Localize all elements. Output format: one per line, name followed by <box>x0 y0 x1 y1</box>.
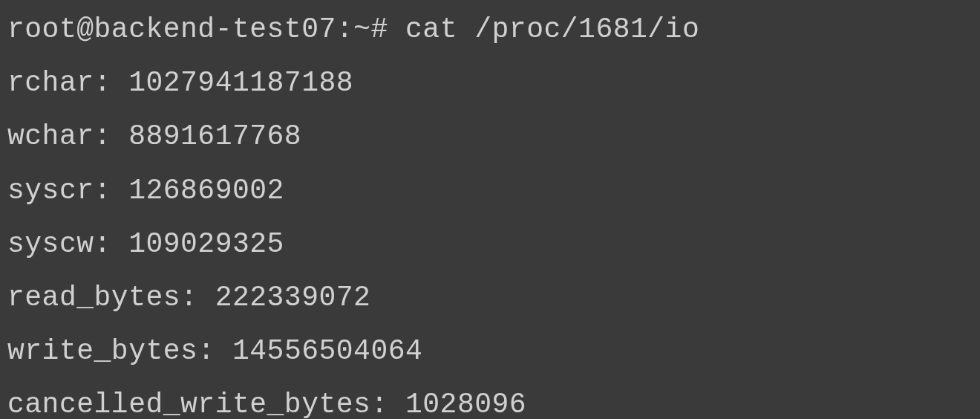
rchar-value: 1027941187188 <box>128 67 353 99</box>
output-wchar: wchar: 8891617768 <box>7 110 973 163</box>
prompt-user: root <box>7 13 76 45</box>
rchar-label: rchar: <box>7 67 111 99</box>
output-write-bytes: write_bytes: 14556504064 <box>7 325 973 378</box>
wchar-label: wchar: <box>7 120 111 152</box>
prompt-path: ~ <box>353 13 370 45</box>
output-read-bytes: read_bytes: 222339072 <box>7 271 973 325</box>
output-cancelled-write-bytes: cancelled_write_bytes: 1028096 <box>7 378 973 419</box>
output-syscr: syscr: 126869002 <box>7 164 973 218</box>
terminal-output[interactable]: root@backend-test07:~# cat /proc/1681/io… <box>7 3 973 419</box>
cancelled-write-bytes-label: cancelled_write_bytes: <box>7 389 388 419</box>
prompt-host: backend-test07 <box>94 13 336 45</box>
syscr-value: 126869002 <box>128 175 284 207</box>
output-syscw: syscw: 109029325 <box>7 218 973 271</box>
write-bytes-label: write_bytes: <box>7 335 215 367</box>
read-bytes-value: 222339072 <box>215 282 371 314</box>
syscw-label: syscw: <box>7 228 111 260</box>
prompt-symbol: # <box>370 13 388 45</box>
write-bytes-value: 14556504064 <box>232 335 422 367</box>
read-bytes-label: read_bytes: <box>7 282 197 314</box>
syscw-value: 109029325 <box>128 228 284 260</box>
wchar-value: 8891617768 <box>128 120 301 152</box>
syscr-label: syscr: <box>7 175 111 207</box>
command-text: cat /proc/1681/io <box>405 13 699 45</box>
prompt-line: root@backend-test07:~# cat /proc/1681/io <box>7 3 973 56</box>
cancelled-write-bytes-value: 1028096 <box>405 389 526 419</box>
output-rchar: rchar: 1027941187188 <box>7 56 973 110</box>
